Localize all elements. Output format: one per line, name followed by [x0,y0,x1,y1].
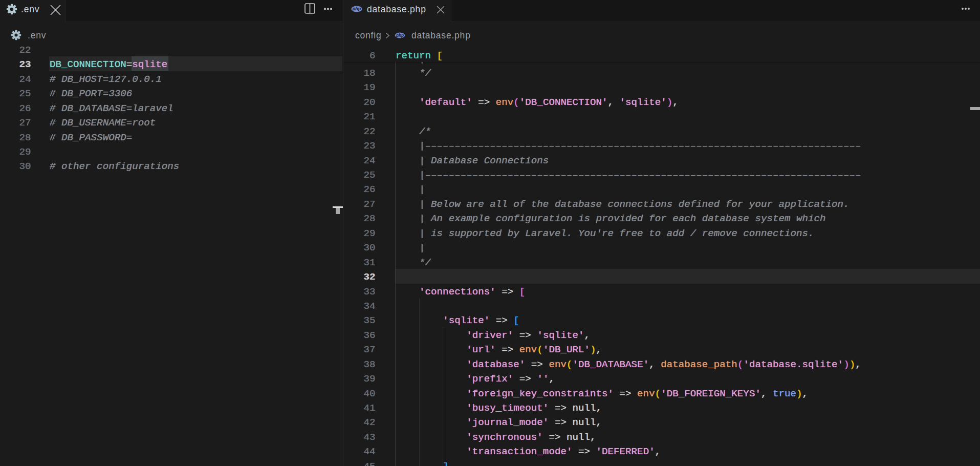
svg-text:php: php [352,6,361,11]
svg-text:php: php [396,33,404,38]
